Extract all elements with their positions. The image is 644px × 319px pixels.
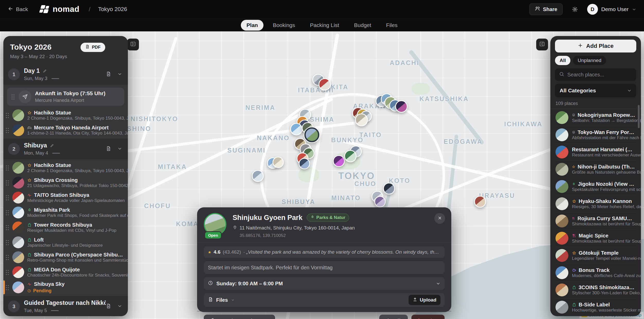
pencil-icon[interactable] [50,144,54,148]
chevron-down-icon [627,88,632,93]
add-place-button[interactable]: Add Place [555,40,636,52]
drag-handle-icon[interactable] [5,210,9,216]
map-marker[interactable] [374,196,386,207]
collapse-day-button[interactable] [117,304,122,309]
export-pdf-button[interactable]: PDF [81,43,105,52]
theme-toggle-sun-icon[interactable] [572,6,578,12]
place-list-item[interactable]: Bonus TrackModernes, dörfliches Café-Are… [555,264,636,281]
place-list-item[interactable]: B-Side LabelHochwertige, wasserfeste Sti… [555,299,636,316]
itinerary-place-item[interactable]: Hachiko Statue2 Chome-1 Dogenzaka, Shibu… [3,108,128,123]
delete-button[interactable]: Delete [411,315,445,319]
tab-files[interactable]: Files [381,20,403,31]
day-notes-button[interactable] [106,71,111,78]
map-marker-selected[interactable] [304,127,319,142]
drag-handle-icon[interactable] [5,254,9,260]
itinerary-place-item[interactable]: Shibuya SkyPending [3,280,128,295]
day-notes-button[interactable] [106,303,111,310]
app-logo[interactable]: nomad [39,5,80,14]
drag-handle-icon[interactable] [5,180,9,186]
map-marker[interactable] [383,183,395,194]
collapse-right-panel-button[interactable] [536,39,548,50]
edit-button[interactable]: Edit [379,315,408,319]
star-icon [27,111,32,115]
back-button[interactable]: Back [8,6,28,13]
place-list-item[interactable]: Rojiura Curry SAMURAI. Shim…Shimokitazaw… [555,212,636,230]
itinerary-place-item[interactable]: MEGA Don QuijoteChaotischer 24h-Discount… [3,265,128,280]
day-section-header[interactable]: 2ShibuyaMon, May 4 [3,139,128,159]
drag-handle-icon[interactable] [5,165,9,171]
itinerary-place-item[interactable]: Miyashita ParkModerner Park mit Shops, F… [3,205,128,220]
share-button[interactable]: Share [529,3,563,15]
tab-budget[interactable]: Budget [348,20,377,31]
map-marker[interactable] [395,100,408,113]
filter-pill-unplanned[interactable]: Unplanned [573,56,606,65]
itinerary-stop-card[interactable]: Ankunft in Tokyo (7:55 Uhr)Mercure Haned… [7,88,124,106]
drag-handle-icon[interactable] [5,195,9,201]
place-list-item[interactable]: Hyaku-Shaku KannonRiesiges, 30 Meter hoh… [555,195,636,212]
tab-packing-list[interactable]: Packing List [304,20,345,31]
drag-handle-icon[interactable] [5,112,9,118]
sun-icon [572,6,578,12]
place-list-item[interactable]: Nokogiriyama Ropeway Sum…Seilbahn: Talst… [555,109,636,126]
utensils-icon [572,216,575,221]
open-google-maps-button[interactable]: Open in Google Maps [204,315,275,319]
pencil-icon[interactable] [43,69,47,73]
place-list-item[interactable]: Nihon-ji Daibutsu (The Great …Größte aus… [555,161,636,178]
map-marker[interactable] [290,123,303,135]
back-label: Back [16,6,28,12]
place-subtitle: Riesiger Musikladen mit CDs, Vinyl und J… [27,228,116,233]
itinerary-place-item[interactable]: Shibuya Crossing21 Udagawacho, Shibuya, … [3,175,128,190]
activity-icon [27,193,32,197]
tab-bookings[interactable]: Bookings [267,20,301,31]
upload-button[interactable]: Upload [409,295,440,305]
user-menu[interactable]: D Demo User [587,4,636,15]
place-list-item[interactable]: Gōtokuji TempleLegendärer Tempel voller … [555,247,636,264]
drag-handle-icon[interactable] [5,240,9,245]
map-marker[interactable] [272,157,284,168]
itinerary-place-item[interactable]: Tower Records ShibuyaRiesiger Musikladen… [3,220,128,235]
day-section-header[interactable]: 3Guided Tagestour nach NikkōTue, May 5 [3,296,128,316]
category-label: Parks & Natur [316,215,345,220]
drag-handle-icon[interactable] [5,285,9,290]
itinerary-place-item[interactable]: LoftJapanischer Lifestyle- und Designsto… [3,235,128,250]
collapse-day-button[interactable] [117,72,122,77]
drag-handle-icon[interactable] [11,94,15,100]
collapse-left-panel-button[interactable] [127,39,139,50]
map-marker[interactable] [344,150,357,162]
map-marker[interactable] [333,155,345,167]
place-list-item[interactable]: Tokyo-Wan Ferry Port Kuriha…Abfahrtsstat… [555,126,636,144]
place-list-item[interactable]: Restaurant Harunatei (Kanaya Po…Restaura… [555,144,636,161]
share-label: Share [543,6,557,12]
star-icon [27,163,32,167]
day-notes-button[interactable] [106,146,111,152]
close-card-button[interactable] [434,213,445,224]
map-marker[interactable] [252,170,264,182]
map-marker[interactable] [299,158,310,169]
place-list-item[interactable]: Jigoku Nozoki (View of Hell)Spektakuläre… [555,178,636,195]
collapse-day-button[interactable] [117,146,122,152]
itinerary-place-item[interactable]: TAITO Station ShibuyaMehrstöckige Arcade… [3,190,128,205]
category-filter-select[interactable]: All Categories [555,84,636,97]
files-label: Files [216,297,228,303]
drag-handle-icon[interactable] [5,127,9,133]
rating-row[interactable]: 4.6 (43.462) · „Visited the park and was… [204,246,445,258]
filter-pill-all[interactable]: All [555,56,570,65]
opening-hours-row[interactable]: Sunday: 9:00 AM – 6:00 PM [204,277,445,290]
place-list-item[interactable]: Magic SpiceShimokitazawa ist berühmt für… [555,230,636,247]
files-row[interactable]: Files Upload [204,293,445,307]
map-marker[interactable] [474,196,486,208]
note-input[interactable] [208,265,440,271]
itinerary-place-item[interactable]: Shibuya Parco (Cyberspace Shibuya)Retro-… [3,250,128,265]
drag-handle-icon[interactable] [5,269,9,275]
map-marker[interactable] [355,113,368,126]
day-section-header[interactable]: 1Day 1Sun, May 3 [3,64,128,85]
itinerary-place-item[interactable]: Mercure Tokyo Haneda Airport1-chōme-2-11… [3,123,128,138]
drag-handle-icon[interactable] [5,225,9,231]
tab-plan[interactable]: Plan [241,20,263,31]
search-input[interactable] [567,72,636,78]
map-marker[interactable] [319,78,331,91]
scrollbar-thumb[interactable] [638,105,640,128]
place-list-item[interactable]: 3COINS ShimokitazawaStylischer 300-Yen-L… [555,281,636,299]
itinerary-place-item[interactable]: Hachiko Statue2 Chome-1 Dogenzaka, Shibu… [3,160,128,175]
place-list-item[interactable]: Village Vanguard [555,316,636,316]
